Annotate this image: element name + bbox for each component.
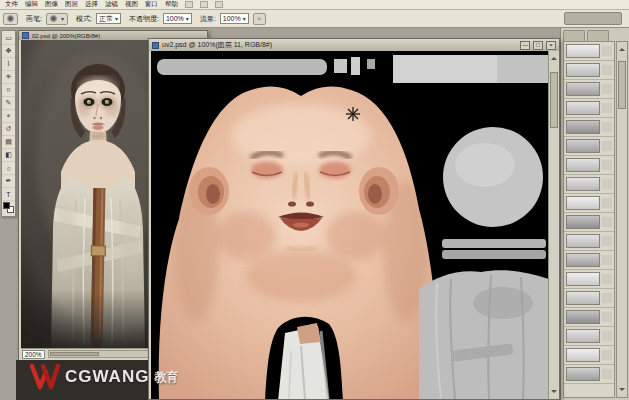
flow-field[interactable]: 100%: [220, 13, 249, 24]
layer-row[interactable]: [564, 118, 614, 137]
mode-label: 模式:: [76, 14, 92, 24]
scroll-down-icon[interactable]: [619, 388, 625, 394]
color-swatches[interactable]: [2, 201, 15, 215]
panel-scrollbar[interactable]: [616, 41, 628, 398]
scroll-up-icon[interactable]: [551, 54, 557, 60]
options-bar: 画笔: 模式: 正常 不透明度: 100% 流量: 100% ≈: [0, 10, 629, 28]
menu-item-filter[interactable]: 滤镜: [105, 0, 118, 9]
psd-file-icon: [22, 32, 29, 39]
text-tool-icon: T: [6, 191, 10, 198]
text-tool[interactable]: T: [2, 188, 15, 201]
layer-name-area: [602, 236, 612, 246]
layer-row[interactable]: [564, 270, 614, 289]
minimize-button[interactable]: —: [520, 41, 530, 50]
rect-marquee-tool[interactable]: ▭: [2, 32, 15, 45]
layer-row[interactable]: [564, 251, 614, 270]
panels-dock: [560, 28, 629, 400]
uv-white-piece: [278, 323, 329, 399]
crop-tool[interactable]: ⌗: [2, 84, 15, 97]
layer-row[interactable]: [564, 232, 614, 251]
doc2-titlebar[interactable]: uv2.psd @ 100%(图层 11, RGB/8#) — □ ×: [149, 39, 559, 51]
layer-row[interactable]: [564, 365, 614, 384]
uv-garment-piece: [419, 270, 549, 399]
layer-thumbnail: [566, 348, 600, 362]
menu-item-image[interactable]: 图像: [45, 0, 58, 9]
mode-select[interactable]: 正常: [96, 13, 121, 24]
layer-row[interactable]: [564, 327, 614, 346]
layer-row[interactable]: [564, 346, 614, 365]
pen-icon: ✒: [6, 177, 12, 185]
watermark: CGWANG 教育: [30, 356, 178, 398]
menu-item-select[interactable]: 选择: [85, 0, 98, 9]
toolbar-icon[interactable]: [200, 1, 208, 8]
maximize-icon: □: [536, 42, 540, 48]
cgwang-logo-icon: [30, 364, 60, 390]
layer-name-area: [602, 274, 612, 284]
flow-label: 流量:: [200, 14, 216, 24]
opacity-field[interactable]: 100%: [163, 13, 192, 24]
layer-row[interactable]: [564, 61, 614, 80]
airbrush-toggle-icon[interactable]: ≈: [253, 13, 266, 25]
layer-thumbnail: [566, 120, 600, 134]
foreground-color-swatch[interactable]: [3, 202, 10, 209]
layer-row[interactable]: [564, 156, 614, 175]
panel-scroll-thumb[interactable]: [618, 61, 626, 109]
menu-item-file[interactable]: 文件: [5, 0, 18, 9]
layers-panel: [563, 41, 615, 398]
scroll-up-icon[interactable]: [619, 45, 625, 51]
history-brush-tool[interactable]: ↺: [2, 123, 15, 136]
scroll-down-icon[interactable]: [551, 390, 557, 396]
opacity-value: 100%: [166, 15, 184, 22]
layer-row[interactable]: [564, 137, 614, 156]
menu-item-help[interactable]: 帮助: [165, 0, 178, 9]
layer-thumbnail: [566, 253, 600, 267]
brush-preset-picker[interactable]: [46, 13, 68, 25]
doc2-scroll-thumb[interactable]: [550, 72, 558, 128]
pen-tool[interactable]: ✒: [2, 175, 15, 188]
flow-value: 100%: [223, 15, 241, 22]
magic-wand-tool[interactable]: ✳: [2, 71, 15, 84]
eraser-icon: ▤: [5, 138, 12, 146]
layer-thumbnail: [566, 63, 600, 77]
clone-stamp-tool[interactable]: ⌖: [2, 110, 15, 123]
layer-row[interactable]: [564, 42, 614, 61]
menu-item-view[interactable]: 视图: [125, 0, 138, 9]
brush-tool[interactable]: ✎: [2, 97, 15, 110]
layer-row[interactable]: [564, 80, 614, 99]
doc2-canvas[interactable]: [151, 51, 549, 399]
layer-row[interactable]: [564, 99, 614, 118]
mode-value: 正常: [99, 14, 113, 24]
layer-row[interactable]: [564, 289, 614, 308]
brush-preset-label: 画笔:: [26, 14, 42, 24]
layer-row[interactable]: [564, 175, 614, 194]
watermark-suffix: 教育: [154, 369, 178, 386]
menu-item-layer[interactable]: 图层: [65, 0, 78, 9]
layer-thumbnail: [566, 82, 600, 96]
close-button[interactable]: ×: [546, 41, 556, 50]
toolbar-icon[interactable]: [215, 1, 223, 8]
layer-row[interactable]: [564, 308, 614, 327]
move-tool[interactable]: ✥: [2, 45, 15, 58]
gradient-tool[interactable]: ◧: [2, 149, 15, 162]
layer-name-area: [602, 122, 612, 132]
layer-row[interactable]: [564, 213, 614, 232]
uv-right-ear: [359, 167, 399, 215]
layer-name-area: [602, 160, 612, 170]
photoshop-app: 文件 编辑 图像 图层 选择 滤镜 视图 窗口 帮助 画笔: 模式: 正常 不透…: [0, 0, 629, 400]
lasso-tool[interactable]: ⌇: [2, 58, 15, 71]
blur-tool[interactable]: ○: [2, 162, 15, 175]
menu-item-edit[interactable]: 编辑: [25, 0, 38, 9]
eraser-tool[interactable]: ▤: [2, 136, 15, 149]
menu-bar: 文件 编辑 图像 图层 选择 滤镜 视图 窗口 帮助: [0, 0, 629, 10]
uv-texture-map: [151, 51, 549, 399]
panel-tabs: [561, 28, 629, 41]
doc2-v-scrollbar[interactable]: [548, 51, 558, 399]
layer-row[interactable]: [564, 194, 614, 213]
panel-tab[interactable]: [563, 30, 585, 41]
maximize-button[interactable]: □: [533, 41, 543, 50]
menu-item-window[interactable]: 窗口: [145, 0, 158, 9]
panel-tab[interactable]: [587, 30, 609, 41]
active-tool-chip[interactable]: [3, 13, 18, 25]
toolbar-icon[interactable]: [185, 1, 193, 8]
layer-name-area: [602, 141, 612, 151]
